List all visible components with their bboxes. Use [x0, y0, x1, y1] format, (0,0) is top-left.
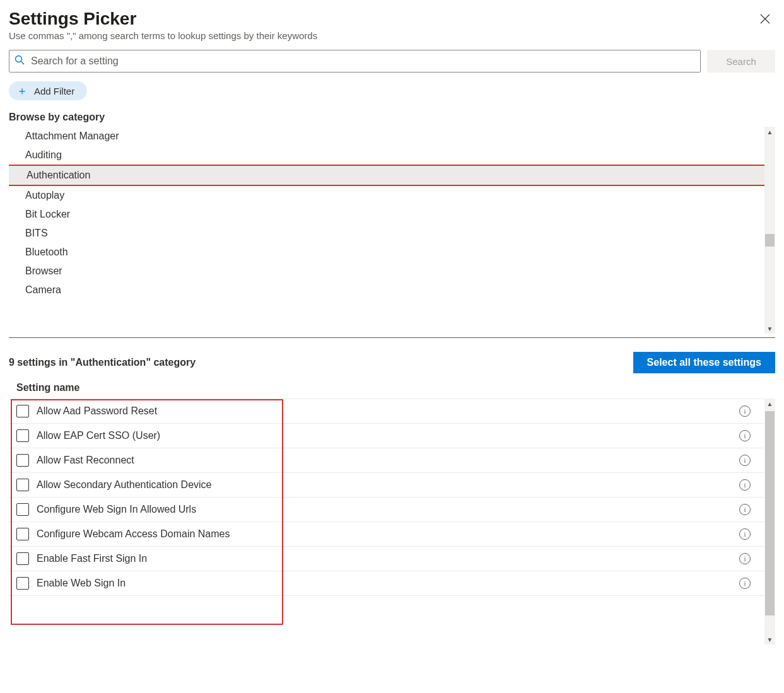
category-item[interactable]: Browser — [9, 262, 766, 281]
add-filter-label: Add Filter — [34, 86, 74, 96]
checkbox[interactable] — [16, 552, 29, 565]
category-item[interactable]: Autoplay — [9, 186, 766, 205]
scroll-up-icon[interactable]: ▲ — [764, 399, 775, 409]
info-icon[interactable]: i — [739, 430, 751, 441]
info-icon[interactable]: i — [739, 528, 751, 540]
checkbox[interactable] — [16, 479, 29, 491]
svg-point-0 — [16, 56, 22, 62]
setting-label: Allow Fast Reconnect — [37, 455, 732, 466]
setting-row[interactable]: Enable Fast First Sign Ini — [9, 547, 764, 571]
setting-label: Allow EAP Cert SSO (User) — [37, 430, 732, 441]
category-item[interactable]: Auditing — [9, 146, 766, 165]
scroll-up-icon[interactable]: ▲ — [764, 127, 775, 137]
info-icon[interactable]: i — [739, 504, 751, 515]
scrollbar-thumb[interactable] — [765, 234, 775, 247]
scroll-down-icon[interactable]: ▼ — [764, 634, 775, 644]
setting-row[interactable]: Configure Web Sign In Allowed Urlsi — [9, 498, 764, 522]
setting-label: Configure Web Sign In Allowed Urls — [37, 504, 732, 515]
setting-label: Allow Aad Password Reset — [37, 405, 732, 417]
category-item[interactable]: Attachment Manager — [9, 127, 766, 146]
category-scrollbar[interactable]: ▲ ▼ — [764, 127, 775, 334]
search-icon — [15, 55, 25, 67]
info-icon[interactable]: i — [739, 553, 751, 564]
checkbox[interactable] — [16, 429, 29, 442]
category-item[interactable]: BITS — [9, 224, 766, 243]
svg-line-1 — [21, 62, 25, 65]
search-box[interactable] — [9, 50, 701, 73]
category-item[interactable]: Camera — [9, 281, 766, 300]
checkbox[interactable] — [16, 577, 29, 590]
setting-row[interactable]: Configure Webcam Access Domain Namesi — [9, 522, 764, 547]
setting-row[interactable]: Enable Web Sign Ini — [9, 571, 764, 596]
search-button[interactable]: Search — [707, 50, 775, 73]
setting-row[interactable]: Allow EAP Cert SSO (User)i — [9, 424, 764, 448]
checkbox[interactable] — [16, 503, 29, 516]
category-item[interactable]: Bluetooth — [9, 243, 766, 262]
close-icon[interactable] — [755, 9, 775, 29]
info-icon[interactable]: i — [739, 578, 751, 589]
scrollbar-thumb[interactable] — [765, 411, 775, 615]
settings-scrollbar[interactable]: ▲ ▼ — [764, 399, 775, 644]
page-subtitle: Use commas "," among search terms to loo… — [9, 30, 775, 41]
scroll-down-icon[interactable]: ▼ — [764, 323, 775, 334]
setting-name-header: Setting name — [9, 380, 775, 399]
results-count: 9 settings in "Authentication" category — [9, 357, 196, 368]
info-icon[interactable]: i — [739, 455, 751, 466]
setting-row[interactable]: Allow Fast Reconnecti — [9, 448, 764, 473]
setting-label: Configure Webcam Access Domain Names — [37, 528, 732, 540]
info-icon[interactable]: i — [739, 405, 751, 417]
setting-row[interactable]: Allow Secondary Authentication Devicei — [9, 473, 764, 498]
info-icon[interactable]: i — [739, 479, 751, 491]
setting-label: Enable Web Sign In — [37, 578, 732, 589]
setting-label: Allow Secondary Authentication Device — [37, 479, 732, 491]
checkbox[interactable] — [16, 454, 29, 467]
setting-row[interactable]: Allow Aad Password Reseti — [9, 399, 764, 424]
plus-icon: ＋ — [16, 85, 28, 96]
add-filter-button[interactable]: ＋ Add Filter — [9, 81, 87, 100]
search-input[interactable] — [30, 55, 695, 67]
setting-label: Enable Fast First Sign In — [37, 553, 732, 564]
browse-by-category-label: Browse by category — [9, 112, 775, 123]
page-title: Settings Picker — [9, 9, 755, 29]
category-item[interactable]: Authentication — [9, 165, 766, 186]
checkbox[interactable] — [16, 528, 29, 540]
category-item[interactable]: Bit Locker — [9, 205, 766, 224]
select-all-button[interactable]: Select all these settings — [633, 352, 775, 373]
checkbox[interactable] — [16, 405, 29, 417]
